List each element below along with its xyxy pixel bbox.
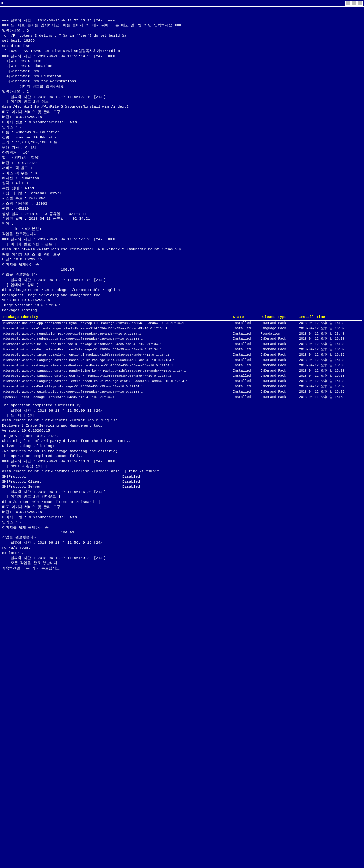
terminal-line: 생성 날짜 : 2018-04-13 공휴일 -- 02:08:14: [2, 212, 362, 217]
terminal-line: dism /Get-WimInfo /WimFile:G:%sources%in…: [2, 104, 362, 110]
terminal-line: explorer .: [2, 551, 362, 556]
terminal-line: [ 업데이트 상태 ]: [2, 283, 362, 287]
terminal-line: [ SMB1.0 활성 상태 ]: [2, 464, 362, 469]
smb-name: SMBProtocol: [2, 474, 121, 479]
terminal-line: 버전 : 10.0.17134: [2, 161, 362, 165]
table-cell: Installed: [232, 342, 259, 347]
window-icon: ■: [1, 1, 4, 5]
terminal-line: if 16299 LSS 10240 set dism=D:%dism일팔육사하…: [2, 49, 362, 54]
table-cell: Microsoft-Windows-FodMetadata-Package~31…: [2, 337, 232, 342]
terminal-line: 2|Windows10 Education: [2, 64, 362, 69]
table-cell: Installed: [232, 331, 259, 337]
table-cell: Installed: [232, 384, 259, 390]
table-row: Microsoft-Windows-LanguageFeatures-Handw…: [2, 368, 362, 373]
smb-name: SMBProtocol-Server: [2, 484, 121, 489]
terminal-line: === 날짜와 시간 : 2018-06-13 수 11:56:16.20 [2…: [2, 490, 362, 495]
terminal-line: 배포 이미지 서비스 및 관리 도구: [2, 252, 362, 257]
table-cell: Microsoft-Windows-Hello-Face-Resource-B-…: [2, 342, 232, 347]
terminal-line: The operation completed successfully.: [2, 454, 362, 459]
minimize-button[interactable]: [345, 1, 351, 6]
table-cell: OnDemand Pack: [259, 358, 298, 363]
terminal-line: 작업을 완료했습니다.: [2, 232, 362, 237]
table-cell: Microsoft-Windows-LanguageFeatures-OCR-k…: [2, 373, 232, 379]
table-cell: OnDemand Pack: [259, 384, 298, 390]
table-cell: Microsoft-Windows-LanguageFeatures-Basic…: [2, 358, 232, 363]
table-cell: Microsoft-Windows-QuickAssist-Package~31…: [2, 390, 232, 395]
close-button[interactable]: [357, 1, 363, 6]
table-header: Package Identity: [2, 314, 232, 320]
table-row: Microsoft-Windows-LanguageFeatures-TextT…: [2, 379, 362, 384]
terminal-line: The operation completed successfully.: [2, 403, 362, 408]
table-cell: Microsoft-OneCare-ApplicationModel-Sync-…: [2, 320, 232, 326]
terminal-line: [ 이미지 번호 2번 언마운트 ]: [2, 495, 362, 499]
table-cell: Microsoft-Windows-LanguageFeatures-Handw…: [2, 368, 232, 373]
table-cell: Installed: [232, 373, 259, 379]
terminal-line: 시스템 루트 : %WINDOWS: [2, 196, 362, 201]
table-cell: Microsoft-Windows-Client-LanguagePack-Pa…: [2, 326, 232, 331]
terminal-line: Obtaining list of 3rd party drivers from…: [2, 439, 362, 443]
terminal-line: 이미지 번호를 입력하세요: [2, 84, 362, 89]
table-cell: 2018-04-12 오후 일 16:37: [298, 326, 362, 331]
terminal-line: === 날짜와 시간 : 2018-06-13 수 11:55:15.93 [2…: [2, 18, 362, 23]
title-bar: ■: [0, 0, 364, 7]
table-cell: Installed: [232, 320, 259, 326]
smb-row: SMBProtocol-ClientDisabled: [2, 479, 362, 484]
terminal-line: for /F "tokens=3 delims=.]" %a in ('ver'…: [2, 33, 362, 38]
terminal-line: set dism=dism: [2, 43, 362, 49]
table-cell: OnDemand Pack: [259, 347, 298, 352]
table-cell: OpenSSH-Client-Package~31bf3856ad364e35~…: [2, 395, 232, 400]
table-cell: Microsoft-Windows-LanguageFeatures-TextT…: [2, 379, 232, 384]
table-row: Microsoft-Windows-QuickAssist-Package~31…: [2, 390, 362, 395]
table-cell: 2018-04-12 오후 일 16:39: [298, 320, 362, 326]
table-cell: OnDemand Pack: [259, 368, 298, 373]
terminal-line: 이미지를 탑재하는 중: [2, 262, 362, 268]
terminal-line: Driver packages listing:: [2, 443, 362, 448]
table-cell: OnDemand Pack: [259, 363, 298, 368]
table-cell: OnDemand Pack: [259, 352, 298, 358]
terminal-line: === 드라이브 문자를 입력하세요. 예를 들어서 C: 에서 뒤에 : 는 …: [2, 23, 362, 28]
terminal-line: 버전: 10.0.16299.15: [2, 115, 362, 120]
terminal-line: 계속하려면 아무 키나 누르십시오 . . .: [2, 566, 362, 571]
terminal-line: 언어 :: [2, 221, 362, 226]
table-cell: Microsoft-Windows-LanguageFeatures-Fonts…: [2, 363, 232, 368]
table-cell: Microsoft-Windows-Foundation-Package~31b…: [2, 331, 232, 337]
terminal-line: 서비스 팩 수준 : 0: [2, 171, 362, 176]
terminal-line: 원래 가용 : 이니셔: [2, 146, 362, 150]
terminal-line: 설명 : Windows 10 Education: [2, 135, 362, 140]
terminal-content: === 날짜와 시간 : 2018-06-13 수 11:55:15.93 [2…: [0, 7, 364, 868]
terminal-line: dism /image:mount /Get-Packages /Format:…: [2, 287, 362, 292]
smb-table: SMBProtocolDisabledSMBProtocol-ClientDis…: [2, 474, 362, 490]
terminal-line: [ 이미지 번호 2번 마운트 ]: [2, 242, 362, 247]
terminal-line: ko-KR(기본값): [2, 227, 362, 232]
smb-row: SMBProtocol-ServerDisabled: [2, 484, 362, 489]
table-cell: Installed: [232, 352, 259, 358]
table-cell: Microsoft-Windows-InternetExplorer-Optio…: [2, 352, 232, 358]
smb-row: SMBProtocolDisabled: [2, 474, 362, 479]
terminal-line: [ 드라이버 상태 ]: [2, 413, 362, 418]
terminal-line: Packages listing:: [2, 308, 362, 313]
smb-name: SMBProtocol-Client: [2, 479, 121, 484]
table-row: Microsoft-Windows-Foundation-Package~31b…: [2, 331, 362, 337]
table-cell: Language Pack: [259, 326, 298, 331]
table-row: Microsoft-Windows-Hello-Face-Resource-B-…: [2, 342, 362, 347]
table-cell: OnDemand Pack: [259, 320, 298, 326]
table-cell: 2018-04-12 오후 일 15:38: [298, 363, 362, 368]
table-cell: Installed: [232, 326, 259, 331]
terminal-line: 버전: 10.0.16299.15: [2, 257, 362, 262]
smb-state: Disabled: [122, 484, 140, 489]
maximize-button[interactable]: [352, 1, 357, 6]
terminal-line: 입력하세요 : G: [2, 28, 362, 33]
terminal-line: === 날짜와 시간 : 2018-06-13 수 11:55:27.23 [2…: [2, 237, 362, 242]
table-row: Microsoft-Windows-MediaPlayer-Package~31…: [2, 384, 362, 390]
title-bar-controls[interactable]: [345, 1, 363, 6]
terminal-line: === 날짜와 시간 : 2018-06-13 수 11:56:01.89 [2…: [2, 278, 362, 283]
terminal-line: 인덱스 : 2: [2, 520, 362, 525]
terminal-line: 시스템 디렉터리 : 22063: [2, 201, 362, 206]
terminal-line: 아키텍처 : x64: [2, 150, 362, 155]
terminal-line: === 날짜와 시간 : 2018-06-13 수 11:55:19.53 [2…: [2, 54, 362, 59]
smb-state: Disabled: [122, 474, 140, 479]
terminal-line: 이미지를 탑재 해제하는 중: [2, 525, 362, 530]
terminal-line: 4|Windows10 Pro Education: [2, 74, 362, 79]
packages-table: Package IdentityStateRelease TypeInstall…: [2, 314, 362, 400]
terminal-line: 이름 : Windows 10 Education: [2, 130, 362, 135]
